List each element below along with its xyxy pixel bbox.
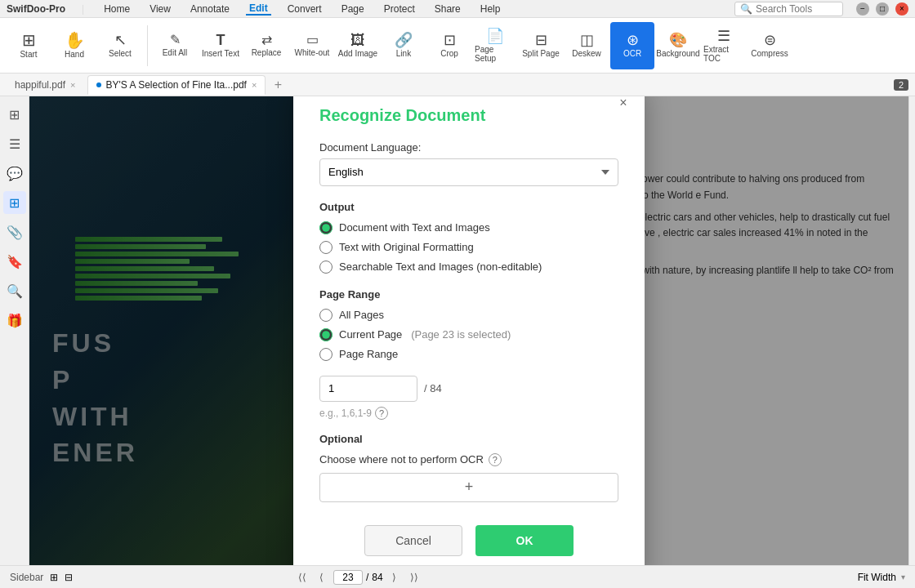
tab-add-button[interactable]: + [269,76,287,94]
output-option-doc-text-images[interactable]: Document with Text and Images [319,221,618,234]
white-out-icon: ▭ [306,33,319,47]
optional-add-button[interactable]: + [319,473,618,502]
tool-compress-label: Compress [751,49,788,58]
current-page-input[interactable] [333,570,363,585]
menu-edit[interactable]: Edit [246,2,271,16]
maximize-button[interactable]: □ [876,2,889,16]
zoom-label[interactable]: Fit Width [858,572,896,583]
optional-section: Optional Choose where not to perform OCR… [319,433,618,502]
tool-white-out[interactable]: ▭ White-out [290,22,334,69]
tool-replace[interactable]: ⇄ Replace [244,22,288,69]
output-radio-searchable[interactable] [319,261,333,274]
output-option-text-original[interactable]: Text with Original Formatting [319,241,618,254]
output-radio-text-original[interactable] [319,241,333,254]
tool-edit-all[interactable]: ✎ Edit All [153,22,197,69]
tool-extract-toc-label: Extract TOC [703,45,744,63]
tool-extract-toc[interactable]: ☰ Extract TOC [702,22,746,69]
page-range-radio-all[interactable] [319,309,333,322]
hand-icon: ✋ [65,32,85,48]
tool-page-setup[interactable]: 📄 Page Setup [473,22,517,69]
page-range-current-page[interactable]: Current Page (Page 23 is selected) [319,328,618,341]
expand-icon[interactable]: ⊞ [50,572,58,583]
ok-button[interactable]: OK [475,525,574,556]
page-separator: / [366,572,368,583]
search-tools-input[interactable] [756,3,837,15]
add-image-icon: 🖼 [350,33,365,47]
menu-share[interactable]: Share [431,3,464,15]
page-range-all-pages[interactable]: All Pages [319,309,618,322]
menu-protect[interactable]: Protect [381,3,418,15]
page-range-label-current: Current Page (Page 23 is selected) [339,328,511,341]
menu-page[interactable]: Page [338,3,368,15]
hint-help-icon[interactable]: ? [375,407,388,420]
menu-help[interactable]: Help [477,3,504,15]
page-range-radio-current[interactable] [319,328,333,341]
sidebar-icon-speech[interactable]: 💬 [3,162,26,185]
language-select[interactable]: English French German Spanish [319,158,618,186]
plus-icon: + [465,479,474,496]
split-page-icon: ⊟ [535,33,547,47]
optional-title: Optional [319,433,618,445]
tool-add-image[interactable]: 🖼 Add Image [336,22,380,69]
first-page-button[interactable]: ⟨⟨ [294,569,310,586]
tool-ocr[interactable]: ⊛ OCR [610,22,654,69]
tool-compress[interactable]: ⊜ Compress [748,22,792,69]
page-num-badge: 2 [894,79,908,91]
tool-crop[interactable]: ⊡ Crop [427,22,471,69]
menu-annotate[interactable]: Annotate [187,3,233,15]
modal-close-button[interactable]: × [614,96,633,113]
sidebar-icon-bookmark[interactable]: 🔖 [3,250,26,273]
main-area: ⊞ ☰ 💬 ⊞ 📎 🔖 🔍 🎁 [0,96,915,565]
tool-start[interactable]: ⊞ Start [7,22,51,69]
search-icon: 🔍 [740,3,752,15]
close-button[interactable]: × [895,2,908,16]
menu-convert[interactable]: Convert [284,3,325,15]
tool-split-page[interactable]: ⊟ Split Page [519,22,563,69]
tool-deskew[interactable]: ◫ Deskew [565,22,609,69]
page-range-custom[interactable]: Page Range [319,348,618,361]
output-radio-doc-text-images[interactable] [319,221,333,234]
compress-icon: ⊜ [764,33,776,47]
next-page-button[interactable]: ⟩ [386,569,403,586]
sidebar-icon-apps[interactable]: ⊞ [3,191,26,214]
sidebar-icon-gift[interactable]: 🎁 [3,309,26,332]
sidebar-icon-home[interactable]: ⊞ [3,103,26,126]
tool-background-label: Background [656,49,699,58]
tool-background[interactable]: 🎨 Background [656,22,700,69]
right-scroll-strip [908,96,915,565]
tool-hand[interactable]: ✋ Hand [52,22,96,69]
tab-happiful[interactable]: happiful.pdf × [7,75,84,95]
tab-bys[interactable]: BY'S A Selection of Fine Ita...pdf × [87,75,266,95]
minimize-button[interactable]: − [856,2,869,16]
tool-insert-text[interactable]: T Insert Text [199,22,243,69]
tool-link[interactable]: 🔗 Link [382,22,426,69]
menu-home[interactable]: Home [100,3,133,15]
cancel-button[interactable]: Cancel [364,525,462,556]
tab-bys-label: BY'S A Selection of Fine Ita...pdf [106,79,247,91]
menu-view[interactable]: View [146,3,174,15]
prev-page-button[interactable]: ⟨ [314,569,330,586]
page-range-input-field[interactable] [319,376,417,402]
optional-help-icon[interactable]: ? [489,453,502,466]
page-range-radio-custom[interactable] [319,348,333,361]
tool-hand-label: Hand [65,50,84,59]
output-label-text-original: Text with Original Formatting [339,241,474,253]
tool-link-label: Link [396,49,411,58]
output-option-searchable[interactable]: Searchable Text and Images (non-editable… [319,261,618,274]
last-page-button[interactable]: ⟩⟩ [406,569,422,586]
content-area: FUS P WITH ENER ching net zero se could … [29,96,908,565]
tool-select[interactable]: ↖ Select [98,22,142,69]
sidebar-icon-search[interactable]: 🔍 [3,279,26,302]
tab-happiful-close[interactable]: × [70,80,75,90]
collapse-icon[interactable]: ⊟ [65,572,73,583]
output-label-doc-text-images: Document with Text and Images [339,221,490,234]
tab-bys-close[interactable]: × [252,80,257,90]
sidebar-toggle-label[interactable]: Sidebar [10,572,43,583]
output-section-title: Output [319,201,618,213]
recognize-document-modal: Recognize Document × Document Language: … [293,96,645,565]
tool-page-setup-label: Page Setup [475,45,516,63]
edit-all-icon: ✎ [170,33,181,47]
sidebar-icon-paperclip[interactable]: 📎 [3,220,26,243]
sidebar-icon-list[interactable]: ☰ [3,132,26,155]
app-title: SwifDoo-Pro [7,3,65,15]
